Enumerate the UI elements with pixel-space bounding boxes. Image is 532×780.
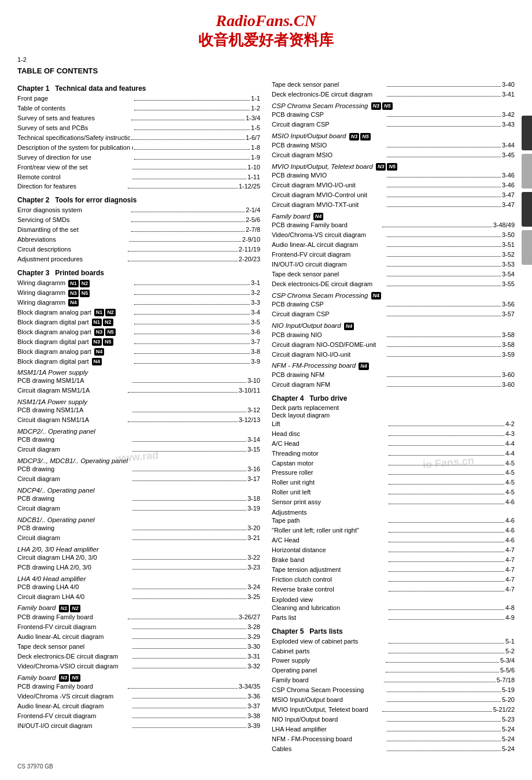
- toc-entry: Tape deck sensor panel3-40: [272, 80, 515, 90]
- toc-entry: PCB drawing3-18: [17, 494, 260, 504]
- toc-entry: Deck electronics-DE circuit diagram3-55: [272, 280, 515, 289]
- section-msio-n3n5: MSIO Input/Output board N3N5: [272, 132, 515, 140]
- deck-layout-label: Deck layout diagram: [272, 412, 515, 419]
- toc-entry: Circuit diagram3-19: [17, 504, 260, 513]
- toc-entry: Cabinet parts5-2: [272, 647, 515, 656]
- toc-entry: Survey of sets and features1-3/4: [17, 114, 260, 123]
- toc-entry: LHA Head amplifier5-24: [272, 725, 515, 734]
- toc-title: TABLE OF CONTENTS: [17, 66, 515, 75]
- chapter-5-heading: Chapter 5 Parts lists: [272, 627, 515, 635]
- toc-entry: Circuit diagram CSP3-43: [272, 120, 515, 130]
- toc-entry: Roller unit left4-5: [272, 488, 515, 497]
- toc-entry: Video/Chroma-VS circuit diagram3-50: [272, 231, 515, 240]
- toc-entry: Tape deck sensor panel3-54: [272, 270, 515, 279]
- page: RadioFans.CN 收音机爱好者资料库 1-2 TABLE OF CONT…: [0, 0, 532, 780]
- toc-entry: Wiring diagramm N3N53-2: [17, 289, 260, 298]
- deck-parts-label: Deck parts replacement: [272, 404, 515, 411]
- toc-entry: Sensor print assy4-6: [272, 498, 515, 507]
- toc-entry: Adjustment procedures2-20/23: [17, 255, 260, 264]
- toc-entry: Description of the system for publicatio…: [17, 143, 260, 153]
- header: RadioFans.CN 收音机爱好者资料库: [17, 12, 515, 50]
- section-family-n4: Family board N4: [272, 213, 515, 220]
- left-column: Chapter 1 Technical data and features Fr…: [17, 80, 260, 755]
- toc-entry: Circuit diagram NFM3-60: [272, 380, 515, 390]
- toc-entry: PCB drawing NFM3-60: [272, 371, 515, 380]
- toc-entry: Circuit diagram3-21: [17, 534, 260, 543]
- toc-entry: Table of contents1-2: [17, 104, 260, 113]
- toc-entry: Circuit diagram LHA 2/0, 3/03-22: [17, 553, 260, 563]
- toc-entry: MVIO Input/Output, Teletext board5-21/22: [272, 705, 515, 715]
- toc-entry: Deck electronics-DE circuit diagram3-41: [272, 90, 515, 99]
- toc-entry: Audio linear-AL circuit diagram3-51: [272, 241, 515, 250]
- section-nio-n4: NIO Input/Output board N4: [272, 322, 515, 330]
- toc-entry: Block diagram digital part N1N23-5: [17, 318, 260, 327]
- toc-entry: Threading motor4-4: [272, 449, 515, 459]
- toc-entry: PCB drawing MSM1/1A3-10: [17, 376, 260, 386]
- toc-entry: Front page1-1: [17, 94, 260, 103]
- toc-entry: Circuit diagram NIO-OSD/FOME-unit3-58: [272, 341, 515, 350]
- toc-entry: Block diagram analog part N1N23-4: [17, 308, 260, 317]
- site-title: RadioFans.CN: [17, 12, 515, 30]
- toc-entry: PCB drawing LHA 2/0, 3/03-23: [17, 563, 260, 572]
- toc-entry: Circuit diagram MVIO-Control unit3-47: [272, 191, 515, 200]
- toc-entry: Block diagram analog part N3N53-6: [17, 328, 260, 337]
- toc-entry: Circuit diagram3-17: [17, 475, 260, 484]
- toc-entry: Wiring diagramm N1N23-1: [17, 279, 260, 288]
- toc-entry: Servicing of SMDs2-5/6: [17, 216, 260, 225]
- tab-2: [522, 154, 532, 188]
- site-subtitle: 收音机爱好者资料库: [17, 30, 515, 50]
- toc-entry: Operating panel5-5/6: [272, 666, 515, 675]
- toc-entry: A/C Head4-6: [272, 536, 515, 545]
- toc-entry: Deck electronics-DE circuit diagram3-31: [17, 652, 260, 661]
- toc-entry: Video/Chroma-VSIO circuit diagram3-32: [17, 662, 260, 671]
- toc-entry: PCB drawing3-16: [17, 465, 260, 474]
- right-column: Tape deck sensor panel3-40 Deck electron…: [272, 80, 515, 755]
- toc-entry: MSIO Input/Output board5-20: [272, 696, 515, 705]
- toc-entry: Circuit diagram CSP3-57: [272, 310, 515, 319]
- toc-entry: PCB drawing MVIO3-46: [272, 171, 515, 180]
- chapter-4-heading: Chapter 4 Turbo drive: [272, 394, 515, 402]
- chapter-1-heading: Chapter 1 Technical data and features: [17, 84, 260, 93]
- toc-entry: Parts list4-9: [272, 613, 515, 623]
- toc-entry: Abbreviations2-9/10: [17, 235, 260, 245]
- section-ndcp4: NDCP4/.. Operating panel: [17, 487, 260, 494]
- toc-entry: Circuit descriptions2-11/19: [17, 245, 260, 254]
- section-mdcp2: MDCP2/.. Operating panel: [17, 428, 260, 435]
- toc-entry: Circuit diagram NSM1/1A3-12/13: [17, 416, 260, 425]
- toc-entry: PCB drawing Family board3-34/35: [17, 682, 260, 692]
- toc-entry: Tape tension adjustment4-7: [272, 565, 515, 575]
- toc-entry: Video/Chroma -VS circuit diagram3-36: [17, 692, 260, 701]
- toc-entry: Circuit diagram MSM1/1A3-10/11: [17, 386, 260, 395]
- chapter-3-heading: Chapter 3 Printed boards: [17, 269, 260, 277]
- toc-entry: PCB drawing Family board3-48/49: [272, 221, 515, 230]
- toc-entry: Remote control1-11: [17, 173, 260, 182]
- toc-entry: Audio linear-AL circuit diagram3-37: [17, 702, 260, 711]
- toc-entry: Block diagram digital part N43-9: [17, 357, 260, 367]
- section-csp-n4: CSP Chroma Secam Processing N4: [272, 292, 515, 300]
- toc-entry: Dismantling of the set2-7/8: [17, 226, 260, 235]
- toc-entry: Error diagnosis system2-1/4: [17, 206, 260, 215]
- toc-entry: Lift4-2: [272, 420, 515, 429]
- toc-entry: Frontend-FV circuit diagram3-38: [17, 712, 260, 721]
- toc-entry: Block diagram digital part N3N53-7: [17, 338, 260, 347]
- toc-entry: Circuit diagram LHA 4/03-25: [17, 593, 260, 602]
- toc-entry: Technical specifications/Safety instruct…: [17, 134, 260, 143]
- toc-entry: Front/rear view of the set1-10: [17, 163, 260, 172]
- toc-entry: PCB drawing3-20: [17, 524, 260, 533]
- toc-entry: Circuit diagram MVIO-I/O-unit3-46: [272, 181, 515, 190]
- toc-entry: PCB drawing3-14: [17, 435, 260, 445]
- toc-entry: PCB drawing NIO3-58: [272, 331, 515, 340]
- toc-entry: Circuit diagram3-15: [17, 445, 260, 454]
- toc-entry: Circuit diagram MVIO-TXT-unit3-47: [272, 201, 515, 210]
- toc-entry: IN/OUT-I/O circuit diagram3-53: [272, 260, 515, 269]
- chapter-2-heading: Chapter 2 Tools for error diagnosis: [17, 196, 260, 204]
- toc-entry: Frontend-FV circuit diagram3-28: [17, 623, 260, 632]
- toc-entry: PCB drawing NSM1/1A3-12: [17, 406, 260, 415]
- toc-entry: CSP Chroma Secam Processing5-19: [272, 686, 515, 695]
- tab-4: [522, 230, 532, 265]
- toc-entry: Pressure roller4-5: [272, 468, 515, 478]
- toc-entry: Block diagram analog part N43-8: [17, 348, 260, 357]
- toc-entry: NIO Input/Output board5-23: [272, 715, 515, 724]
- section-csp-n3n5: CSP Chroma Secam Processing N3N5: [272, 102, 515, 110]
- section-ndcb1: NDCB1/.. Operating panel: [17, 516, 260, 523]
